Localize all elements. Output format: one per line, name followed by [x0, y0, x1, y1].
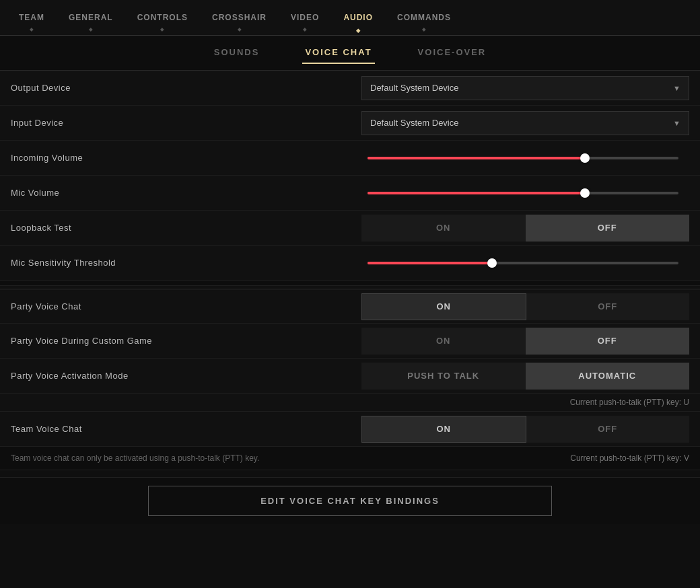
loopback-on-button[interactable]: On [361, 215, 526, 242]
nav-item-crosshair[interactable]: CROSSHAIR ◆ [200, 0, 279, 35]
incoming-volume-slider[interactable] [368, 151, 678, 165]
nav-dot-video: ◆ [303, 27, 307, 32]
nav-dot-crosshair: ◆ [238, 27, 242, 32]
input-device-control: Default System Device ▼ [361, 111, 689, 135]
nav-item-audio[interactable]: AUDIO [331, 0, 385, 35]
mic-sensitivity-thumb[interactable] [487, 258, 497, 268]
nav-dot-general: ◆ [89, 27, 93, 32]
edit-button-container: EDIT VOICE CHAT KEY BINDINGS [0, 477, 700, 524]
party-custom-off-button[interactable]: Off [526, 328, 690, 355]
input-device-arrow: ▼ [673, 119, 680, 127]
subnav-voice-chat[interactable]: VOICE CHAT [302, 42, 374, 64]
party-voice-on-button[interactable]: On [361, 293, 526, 320]
subnav-sounds[interactable]: SOUNDS [211, 42, 262, 64]
party-voice-chat-row: Party Voice Chat On Off [0, 289, 700, 324]
team-voice-off-button[interactable]: Off [526, 416, 690, 443]
top-navigation: TEAM ◆ GENERAL ◆ CONTROLS ◆ CROSSHAIR ◆ … [0, 0, 700, 36]
nav-dot-commands: ◆ [422, 27, 426, 32]
incoming-volume-fill [368, 157, 585, 159]
nav-item-video[interactable]: VIDEO ◆ [279, 0, 331, 35]
mic-volume-thumb[interactable] [580, 188, 590, 198]
nav-item-commands[interactable]: COMMANDS ◆ [385, 0, 463, 35]
party-voice-chat-toggle: On Off [361, 293, 689, 320]
mic-sensitivity-slider[interactable] [368, 256, 678, 270]
incoming-volume-thumb[interactable] [580, 153, 590, 163]
team-voice-info-row: Team voice chat can only be activated us… [0, 447, 700, 470]
mic-volume-control [368, 186, 689, 200]
edit-voice-chat-button[interactable]: EDIT VOICE CHAT KEY BINDINGS [148, 486, 552, 516]
nav-dot-team: ◆ [30, 27, 34, 32]
party-voice-mode-toggle: Push to Talk Automatic [361, 363, 689, 390]
nav-item-team[interactable]: TEAM ◆ [7, 0, 57, 35]
incoming-volume-row: Incoming Volume [0, 141, 700, 176]
team-voice-chat-row: Team Voice Chat On Off [0, 412, 700, 447]
mic-sensitivity-row: Mic Sensitivity Threshold [0, 246, 700, 281]
mic-sensitivity-fill [368, 262, 492, 264]
incoming-volume-label: Incoming Volume [11, 153, 368, 163]
output-device-label: Output Device [11, 83, 361, 93]
ptt-party-info: Current push-to-talk (PTT) key: U [0, 394, 700, 412]
nav-item-controls[interactable]: CONTROLS ◆ [125, 0, 200, 35]
mic-sensitivity-label: Mic Sensitivity Threshold [11, 258, 368, 268]
subnav-voice-over[interactable]: VOICE-OVER [415, 42, 489, 64]
party-voice-chat-label: Party Voice Chat [11, 301, 361, 311]
party-voice-custom-toggle: On Off [361, 328, 689, 355]
output-device-control: Default System Device ▼ [361, 76, 689, 100]
incoming-volume-track [368, 157, 678, 159]
loopback-test-toggle: On Off [361, 215, 689, 242]
nav-dot-controls: ◆ [160, 27, 164, 32]
loopback-test-row: Loopback Test On Off [0, 211, 700, 246]
party-mode-auto-button[interactable]: Automatic [526, 363, 690, 390]
mic-volume-slider[interactable] [368, 186, 678, 200]
party-voice-mode-row: Party Voice Activation Mode Push to Talk… [0, 359, 700, 394]
mic-sensitivity-control [368, 256, 689, 270]
loopback-off-button[interactable]: Off [526, 215, 690, 242]
team-voice-chat-toggle: On Off [361, 416, 689, 443]
mic-sensitivity-track [368, 262, 678, 264]
mic-volume-row: Mic Volume [0, 176, 700, 211]
incoming-volume-control [368, 151, 689, 165]
party-custom-on-button[interactable]: On [361, 328, 526, 355]
output-device-row: Output Device Default System Device ▼ [0, 71, 700, 106]
party-voice-mode-label: Party Voice Activation Mode [11, 371, 361, 381]
team-voice-on-button[interactable]: On [361, 416, 526, 443]
settings-content: Output Device Default System Device ▼ In… [0, 71, 700, 470]
team-voice-info-label: Team voice chat can only be activated us… [11, 453, 570, 463]
mic-volume-label: Mic Volume [11, 188, 368, 198]
input-device-row: Input Device Default System Device ▼ [0, 106, 700, 141]
spacer-1 [0, 281, 700, 286]
party-voice-mode-control: Push to Talk Automatic [361, 363, 689, 390]
loopback-test-control: On Off [361, 215, 689, 242]
output-device-dropdown[interactable]: Default System Device ▼ [361, 76, 689, 100]
mic-volume-track [368, 192, 678, 194]
team-voice-ptt-text: Current push-to-talk (PTT) key: V [570, 453, 689, 463]
team-voice-chat-label: Team Voice Chat [11, 424, 361, 434]
input-device-label: Input Device [11, 118, 361, 128]
party-voice-custom-control: On Off [361, 328, 689, 355]
loopback-test-label: Loopback Test [11, 223, 361, 233]
input-device-dropdown[interactable]: Default System Device ▼ [361, 111, 689, 135]
party-voice-chat-control: On Off [361, 293, 689, 320]
party-voice-custom-label: Party Voice During Custom Game [11, 336, 361, 346]
team-voice-chat-control: On Off [361, 416, 689, 443]
mic-volume-fill [368, 192, 585, 194]
party-voice-off-button[interactable]: Off [526, 293, 690, 320]
nav-item-general[interactable]: GENERAL ◆ [57, 0, 125, 35]
party-mode-push-button[interactable]: Push to Talk [361, 363, 526, 390]
sub-navigation: SOUNDS VOICE CHAT VOICE-OVER [0, 36, 700, 71]
party-voice-custom-row: Party Voice During Custom Game On Off [0, 324, 700, 359]
output-device-arrow: ▼ [673, 84, 680, 92]
